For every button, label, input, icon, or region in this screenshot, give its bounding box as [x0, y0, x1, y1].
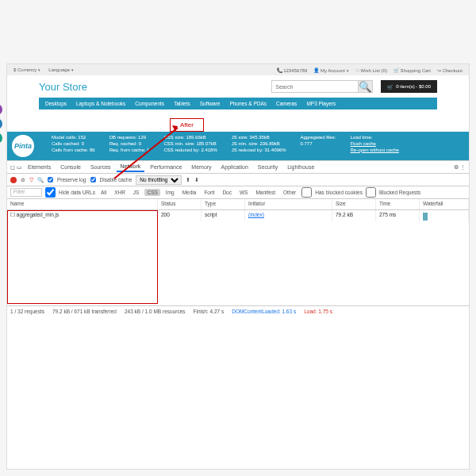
- after-annotation: After: [170, 118, 204, 132]
- devtools-panel: ◻ ▭ Elements Console Sources Network Per…: [7, 160, 469, 317]
- checkout-link[interactable]: ↪ Checkout: [437, 67, 463, 73]
- filter-xhr[interactable]: XHR: [112, 189, 128, 196]
- settings-icon[interactable]: ⚙: [454, 164, 459, 171]
- throttling-select[interactable]: No throttling: [136, 175, 182, 185]
- side-icon-3[interactable]: [0, 132, 2, 144]
- tab-console[interactable]: Console: [56, 163, 85, 171]
- filter-input[interactable]: Filter: [10, 188, 42, 197]
- nav-item[interactable]: Software: [200, 101, 221, 106]
- nav-item[interactable]: MP3 Players: [306, 101, 336, 106]
- currency-dropdown[interactable]: $ Currency: [13, 67, 40, 72]
- nav-item[interactable]: Laptops & Notebooks: [76, 101, 125, 106]
- download-icon[interactable]: ⬇: [194, 177, 199, 183]
- tab-sources[interactable]: Sources: [86, 163, 115, 171]
- tab-performance[interactable]: Performance: [146, 163, 186, 171]
- filter-icon[interactable]: ▽: [29, 177, 33, 183]
- filter-ws[interactable]: WS: [237, 189, 250, 196]
- upload-icon[interactable]: ⬆: [186, 177, 190, 183]
- side-icon-1[interactable]: [0, 104, 2, 115]
- nav-item[interactable]: Tablets: [174, 101, 190, 106]
- filter-media[interactable]: Media: [180, 189, 199, 196]
- network-row[interactable]: ☐ aggregated_min.js 200 script (index) 7…: [7, 210, 469, 221]
- main-nav: Desktops Laptops & Notebooks Components …: [39, 98, 437, 109]
- filter-font[interactable]: Font: [202, 189, 217, 196]
- pinta-logo: Pinta: [12, 135, 34, 157]
- stats-bar: Pinta Model calls: 152Calls cached: 0Cal…: [7, 132, 469, 160]
- filter-doc[interactable]: Doc: [220, 189, 234, 196]
- nav-item[interactable]: Phones & PDAs: [229, 101, 267, 106]
- blocked-cookies-check[interactable]: [301, 187, 312, 198]
- tab-memory[interactable]: Memory: [187, 163, 215, 171]
- inspect-icon[interactable]: ◻: [10, 164, 15, 171]
- tab-application[interactable]: Application: [217, 163, 252, 171]
- search-icon[interactable]: 🔍: [37, 177, 44, 183]
- filter-css[interactable]: CSS: [144, 189, 159, 196]
- tab-security[interactable]: Security: [254, 163, 282, 171]
- preserve-log-check[interactable]: [48, 177, 53, 182]
- reopen-link[interactable]: Re-open without cache: [351, 148, 399, 152]
- account-link[interactable]: 👤 My Account: [313, 67, 349, 73]
- tab-lighthouse[interactable]: Lighthouse: [283, 163, 318, 171]
- hide-data-check[interactable]: [45, 187, 56, 198]
- top-bar: $ Currency Language 📞 123456789 👤 My Acc…: [7, 64, 469, 75]
- phone-link[interactable]: 📞 123456789: [277, 67, 308, 73]
- filter-other[interactable]: Other: [281, 189, 298, 196]
- highlight-box: [7, 210, 158, 304]
- cart-button[interactable]: 🛒 0 item(s) - $0.00: [381, 80, 437, 93]
- cart-link[interactable]: 🛒 Shopping Cart: [393, 67, 431, 73]
- search-button[interactable]: 🔍: [359, 80, 373, 93]
- filter-img[interactable]: Img: [163, 189, 177, 196]
- disable-cache-check[interactable]: [90, 177, 96, 182]
- nav-item[interactable]: Components: [135, 101, 164, 106]
- tab-elements[interactable]: Elements: [24, 163, 55, 171]
- filter-js[interactable]: JS: [131, 189, 142, 196]
- nav-item[interactable]: Desktops: [45, 101, 67, 106]
- more-icon[interactable]: ⋮: [460, 164, 466, 171]
- nav-item[interactable]: Cameras: [276, 101, 297, 106]
- filter-all[interactable]: All: [98, 189, 109, 196]
- side-icon-2[interactable]: [0, 118, 2, 129]
- store-logo[interactable]: Your Store: [39, 81, 87, 93]
- clear-icon[interactable]: ⊘: [21, 177, 25, 183]
- devtools-status: 1 / 32 requests 79.2 kB / 671 kB transfe…: [7, 305, 469, 317]
- blocked-req-check[interactable]: [366, 187, 376, 198]
- record-button[interactable]: [10, 177, 17, 183]
- waterfall-bar: [423, 213, 428, 221]
- flush-cache-link[interactable]: Flush cache: [351, 141, 376, 146]
- filter-manifest[interactable]: Manifest: [253, 189, 278, 196]
- wishlist-link[interactable]: ♡ Wish List (0): [355, 67, 387, 73]
- tab-network[interactable]: Network: [117, 162, 145, 172]
- language-dropdown[interactable]: Language: [48, 67, 74, 72]
- network-header: Name Status Type Initiator Size Time Wat…: [7, 199, 469, 210]
- search-input[interactable]: [271, 80, 359, 93]
- device-icon[interactable]: ▭: [17, 164, 22, 171]
